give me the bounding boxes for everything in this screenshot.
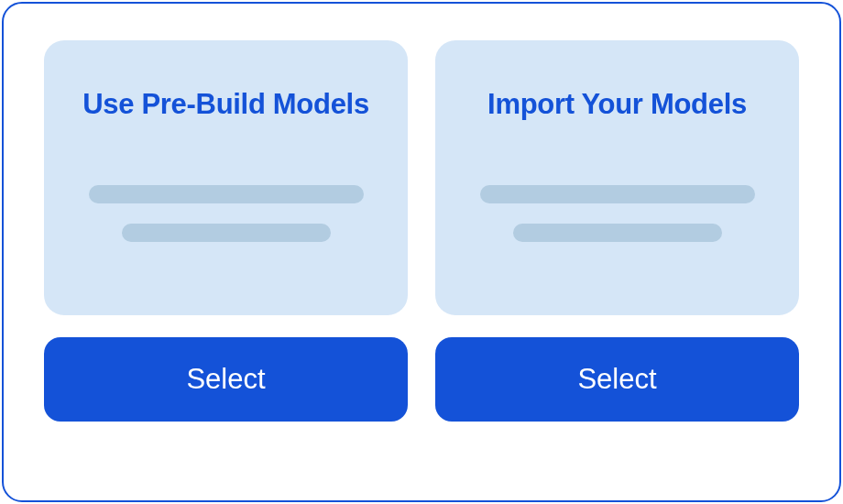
select-import-button[interactable]: Select [435,337,799,422]
placeholder-line [122,224,331,242]
placeholder-line [513,224,722,242]
card-import: Import Your Models [435,40,799,315]
card-import-title: Import Your Models [487,88,747,121]
card-prebuilt-title: Use Pre-Build Models [82,88,369,121]
card-prebuilt: Use Pre-Build Models [44,40,408,315]
option-import: Import Your Models Select [435,40,799,464]
placeholder-line [480,185,755,203]
model-selection-panel: Use Pre-Build Models Select Import Your … [2,2,841,502]
option-prebuilt: Use Pre-Build Models Select [44,40,408,464]
select-prebuilt-button[interactable]: Select [44,337,408,422]
placeholder-line [89,185,364,203]
